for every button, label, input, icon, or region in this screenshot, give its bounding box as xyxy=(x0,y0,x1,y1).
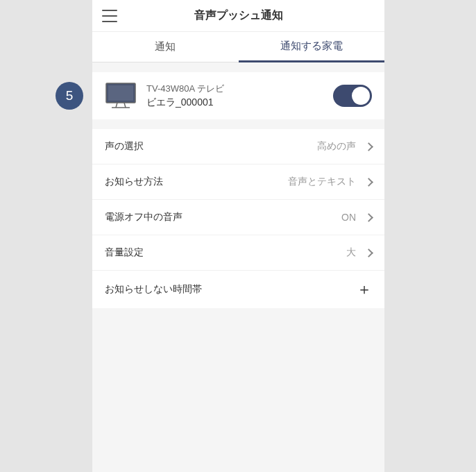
svg-rect-1 xyxy=(108,85,133,101)
tv-icon xyxy=(105,82,137,110)
setting-voice-selection[interactable]: 声の選択 高めの声 xyxy=(92,129,384,165)
step-badge: 5 xyxy=(56,82,83,110)
tab-devices[interactable]: 通知する家電 xyxy=(239,32,385,62)
setting-value: ON xyxy=(341,212,356,223)
page-title: 音声プッシュ通知 xyxy=(92,8,384,23)
device-name: ビエラ_000001 xyxy=(146,96,333,109)
setting-notification-method[interactable]: お知らせ方法 音声とテキスト xyxy=(92,165,384,200)
tab-label: 通知する家電 xyxy=(280,40,343,53)
setting-value: 高めの声 xyxy=(317,140,356,153)
plus-icon: ＋ xyxy=(357,282,372,297)
setting-audio-when-off[interactable]: 電源オフ中の音声 ON xyxy=(92,200,384,235)
settings-list: 声の選択 高めの声 お知らせ方法 音声とテキスト 電源オフ中の音声 ON 音量設… xyxy=(92,129,384,308)
hamburger-menu-icon[interactable] xyxy=(102,10,117,22)
setting-label: 音量設定 xyxy=(105,246,346,259)
setting-quiet-hours[interactable]: お知らせしない時間帯 ＋ xyxy=(92,271,384,308)
setting-volume[interactable]: 音量設定 大 xyxy=(92,235,384,271)
device-info: TV-43W80A テレビ ビエラ_000001 xyxy=(146,83,333,109)
device-model: TV-43W80A テレビ xyxy=(146,83,333,95)
step-number: 5 xyxy=(66,88,74,103)
tab-label: 通知 xyxy=(155,40,176,53)
setting-value: 大 xyxy=(346,246,356,259)
chevron-right-icon xyxy=(364,178,373,187)
tab-notification[interactable]: 通知 xyxy=(92,32,239,62)
chevron-right-icon xyxy=(364,213,373,222)
device-card: TV-43W80A テレビ ビエラ_000001 xyxy=(92,72,384,119)
app-header: 音声プッシュ通知 xyxy=(92,0,384,32)
phone-frame: 音声プッシュ通知 通知 通知する家電 TV-43W80A テレビ ビエラ_000… xyxy=(92,0,384,472)
chevron-right-icon xyxy=(364,248,373,258)
setting-label: お知らせしない時間帯 xyxy=(105,283,357,296)
tab-bar: 通知 通知する家電 xyxy=(92,32,384,62)
chevron-right-icon xyxy=(364,142,373,151)
setting-value: 音声とテキスト xyxy=(288,176,356,188)
setting-label: 声の選択 xyxy=(105,140,317,153)
setting-label: 電源オフ中の音声 xyxy=(105,211,341,224)
device-toggle[interactable] xyxy=(333,85,372,107)
setting-label: お知らせ方法 xyxy=(105,176,288,188)
